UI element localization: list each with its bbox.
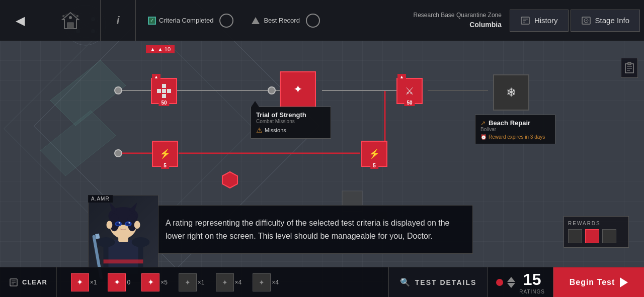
icon1-box[interactable]: ✦ bbox=[71, 273, 89, 291]
best-record-score bbox=[306, 14, 320, 28]
criteria-section: Criteria Completed Best Record bbox=[136, 14, 414, 28]
rating-red-dot bbox=[496, 279, 503, 286]
node4-count: 5 bbox=[370, 162, 378, 169]
svg-rect-27 bbox=[628, 62, 631, 65]
beach-reward-text: ⏰ Reward expires in 3 days bbox=[480, 134, 550, 140]
tooltip-missions: ⚠ Missions bbox=[256, 126, 326, 134]
best-record-label: Best Record bbox=[264, 17, 300, 24]
dialog-box: A rating representing the difficulty of … bbox=[151, 205, 473, 254]
bottom-icon-4[interactable]: ✦ ×1 bbox=[175, 273, 209, 291]
back-icon: ◀ bbox=[16, 14, 25, 28]
icon4-box[interactable]: ✦ bbox=[179, 273, 197, 291]
rewards-title: REWARDS bbox=[568, 221, 624, 226]
location-info: Research Base Quarantine Zone Columbia bbox=[414, 11, 510, 30]
icon4-count: ×1 bbox=[198, 279, 205, 286]
test-details-label: TEST DETAILS bbox=[415, 278, 477, 286]
bottom-icon-5[interactable]: ✦ ×4 bbox=[212, 273, 246, 291]
bottom-icon-2[interactable]: ✦ 0 bbox=[104, 273, 134, 291]
beach-repair-card[interactable]: ↗ Beach Repair Bolívar ⏰ Reward expires … bbox=[475, 115, 555, 144]
criteria-completed: Criteria Completed bbox=[148, 17, 213, 25]
home-icon bbox=[58, 9, 83, 33]
node-action-left[interactable]: ⚡ 5 bbox=[152, 141, 178, 167]
zone-name: Research Base Quarantine Zone bbox=[414, 11, 502, 20]
svg-rect-44 bbox=[104, 259, 143, 263]
icon3-count: ×5 bbox=[160, 279, 168, 286]
icon6-box[interactable]: ✦ bbox=[253, 273, 271, 291]
node1-count: 50 bbox=[158, 100, 169, 106]
svg-point-63 bbox=[134, 221, 140, 229]
beach-title: Beach Repair bbox=[489, 119, 530, 127]
reward-timer-icon: ⏰ bbox=[480, 134, 487, 140]
stage-info-button[interactable]: Stage Info bbox=[571, 10, 640, 32]
swords-icon: ⚔ bbox=[405, 85, 414, 97]
clear-icon bbox=[9, 278, 18, 287]
svg-point-48 bbox=[132, 237, 149, 247]
node-trial-strength[interactable]: ✦ bbox=[280, 71, 316, 108]
criteria-label: Criteria Completed bbox=[159, 17, 213, 24]
clipboard-icon bbox=[624, 62, 634, 74]
rating-area: 15 RATINGS bbox=[488, 267, 553, 297]
info-button[interactable]: i bbox=[101, 0, 136, 41]
icon2-box[interactable]: ✦ bbox=[108, 273, 126, 291]
stage-info-icon bbox=[581, 16, 591, 26]
node3-count: 5 bbox=[161, 162, 169, 169]
begin-test-arrow-icon bbox=[620, 277, 628, 287]
info-icon: i bbox=[116, 14, 119, 27]
icon6-count: ×4 bbox=[272, 279, 279, 286]
node-action-right[interactable]: ⚡ 5 bbox=[361, 141, 387, 167]
snowflake-icon: ❄ bbox=[506, 85, 516, 100]
bottom-icon-3[interactable]: ✦ ×5 bbox=[137, 273, 172, 291]
rewards-panel: REWARDS bbox=[564, 216, 629, 248]
svg-point-30 bbox=[69, 16, 72, 19]
clear-button[interactable]: CLEAR bbox=[0, 267, 57, 297]
bottom-icons: ✦ ×1 ✦ 0 ✦ ×5 ✦ ×1 ✦ ×4 ✦ ×4 bbox=[57, 273, 388, 291]
counter-triangle: ▲ bbox=[150, 46, 155, 52]
node1-warning: ▲ bbox=[152, 74, 160, 80]
best-record-icon bbox=[252, 17, 260, 24]
icon2-count: 0 bbox=[127, 279, 130, 286]
location-name: Columbia bbox=[414, 20, 502, 30]
begin-test-button[interactable]: Begin Test bbox=[553, 267, 644, 297]
top-bar: ◀ i Criteria Completed Best Record Resea… bbox=[0, 0, 644, 41]
node-swords[interactable]: ⚔ ▲ 50 bbox=[396, 78, 423, 104]
icon5-box[interactable]: ✦ bbox=[216, 273, 234, 291]
bottom-bar: CLEAR ✦ ×1 ✦ 0 ✦ ×5 ✦ ×1 ✦ ×4 ✦ ×4 🔍 TES… bbox=[0, 267, 644, 297]
svg-point-47 bbox=[97, 237, 115, 247]
icon1-count: ×1 bbox=[90, 279, 97, 286]
back-button[interactable]: ◀ bbox=[0, 0, 40, 41]
criteria-checkbox bbox=[148, 17, 156, 25]
top-counter: ▲ ▲ 10 bbox=[146, 45, 175, 53]
note-icon[interactable] bbox=[621, 58, 638, 78]
test-details-button[interactable]: 🔍 TEST DETAILS bbox=[388, 267, 489, 297]
bottom-icon-6[interactable]: ✦ ×4 bbox=[249, 273, 283, 291]
history-button[interactable]: History bbox=[510, 10, 569, 32]
node3-icon: ⚡ bbox=[159, 148, 171, 159]
node2-warning: ▲ bbox=[397, 74, 406, 80]
svg-point-60 bbox=[119, 222, 120, 224]
rating-up-arrow[interactable] bbox=[507, 277, 515, 282]
tooltip-title: Trial of Strength bbox=[256, 111, 326, 119]
rating-arrows[interactable] bbox=[507, 277, 515, 288]
rating-down-arrow[interactable] bbox=[507, 283, 515, 288]
criteria-score bbox=[219, 14, 233, 28]
svg-point-41 bbox=[586, 20, 587, 21]
trial-tooltip: Trial of Strength Combat Missions ⚠ Miss… bbox=[251, 107, 331, 139]
stage-info-label: Stage Info bbox=[595, 16, 629, 25]
begin-test-label: Begin Test bbox=[570, 278, 615, 287]
node-snowflake[interactable]: ❄ bbox=[493, 74, 529, 111]
home-button[interactable] bbox=[40, 0, 101, 41]
search-icon: 🔍 bbox=[400, 277, 410, 287]
svg-point-34 bbox=[76, 15, 78, 17]
svg-point-61 bbox=[128, 222, 130, 224]
svg-point-62 bbox=[106, 221, 112, 229]
icon3-box[interactable]: ✦ bbox=[141, 273, 159, 291]
svg-point-33 bbox=[62, 15, 64, 17]
dialog-text: A rating representing the difficulty of … bbox=[166, 217, 458, 242]
beach-arrow-icon: ↗ bbox=[480, 120, 486, 127]
rating-number: 15 bbox=[523, 270, 541, 289]
icon5-count: ×4 bbox=[235, 279, 242, 286]
bottom-icon-1[interactable]: ✦ ×1 bbox=[67, 273, 101, 291]
tooltip-sub: Combat Missions bbox=[256, 119, 326, 124]
node-cross-left[interactable]: ▲ 50 bbox=[151, 78, 177, 104]
best-record: Best Record bbox=[252, 17, 300, 24]
